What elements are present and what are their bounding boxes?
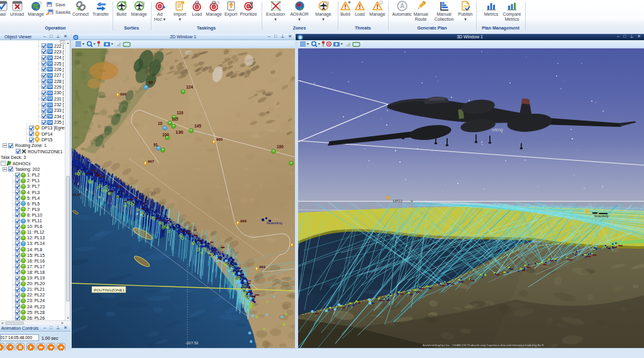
svg-text:90: 90 xyxy=(148,80,153,85)
svg-text:✕: ✕ xyxy=(410,199,413,203)
svg-text:997: 997 xyxy=(148,160,155,163)
svg-text:SA: SA xyxy=(48,97,52,100)
svg-text:SA: SA xyxy=(48,79,52,83)
svg-text:124: 124 xyxy=(186,85,193,89)
svg-text:998: 998 xyxy=(240,219,247,223)
svg-text:33.96: 33.96 xyxy=(72,193,81,197)
svg-text:ROUTINGZONE1: ROUTINGZONE1 xyxy=(94,288,125,292)
svg-text:SA: SA xyxy=(48,44,52,48)
svg-text:119: 119 xyxy=(177,111,184,115)
svg-text:145: 145 xyxy=(194,124,201,128)
svg-text:Analytical Graphics Inc. CGI: Analytical Graphics Inc. CGIAR-CSI: Prod… xyxy=(423,344,544,347)
svg-text:10: 10 xyxy=(158,121,163,126)
svg-text:SA: SA xyxy=(48,62,52,65)
svg-text:SA: SA xyxy=(48,103,52,107)
svg-text:100: 100 xyxy=(162,133,169,137)
svg-text:SA: SA xyxy=(48,73,52,77)
svg-text:115: 115 xyxy=(172,117,179,121)
svg-text:SaveAs: SaveAs xyxy=(55,10,71,14)
svg-text:130: 130 xyxy=(175,129,184,135)
svg-text:91: 91 xyxy=(153,143,158,147)
svg-text:SA: SA xyxy=(48,121,52,124)
svg-text:-227.52: -227.52 xyxy=(186,341,199,345)
svg-text:DP22: DP22 xyxy=(393,199,403,203)
svg-text:SA: SA xyxy=(48,67,52,71)
svg-text:SA: SA xyxy=(48,114,52,118)
svg-text:999: 999 xyxy=(259,265,266,269)
svg-text:SA: SA xyxy=(48,56,52,60)
svg-text:Networking: Networking xyxy=(267,221,282,225)
svg-text:SA: SA xyxy=(48,91,52,95)
svg-text:SA: SA xyxy=(48,109,52,112)
svg-text:SA: SA xyxy=(48,50,52,53)
svg-text:SA: SA xyxy=(48,85,52,89)
svg-text:orking: orking xyxy=(492,127,503,133)
svg-text:Save: Save xyxy=(55,3,65,7)
svg-text:995: 995 xyxy=(216,138,223,141)
svg-text:Networking: Networking xyxy=(594,215,609,218)
svg-text:A: A xyxy=(399,3,404,9)
svg-text:996: 996 xyxy=(120,92,127,96)
svg-text:190: 190 xyxy=(277,144,284,149)
